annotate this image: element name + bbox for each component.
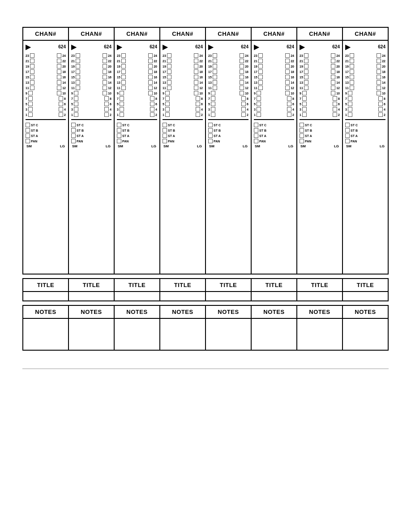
box-left-3-9[interactable] — [120, 102, 124, 106]
box-right-1-1[interactable] — [57, 59, 61, 63]
box-left-8-5[interactable] — [350, 80, 354, 85]
box-right-6-8[interactable] — [287, 96, 291, 101]
box-right-4-1[interactable] — [194, 59, 198, 63]
box-right-4-8[interactable] — [196, 96, 200, 101]
box-left-1-6[interactable] — [30, 86, 34, 90]
box-right-7-7[interactable] — [331, 91, 335, 95]
box-right-4-3[interactable] — [194, 69, 198, 74]
box-right-2-4[interactable] — [103, 75, 107, 79]
box-right-7-11[interactable] — [333, 112, 337, 117]
box-left-5-11[interactable] — [211, 112, 215, 117]
box-left-3-0[interactable] — [121, 53, 126, 58]
box-right-7-4[interactable] — [331, 75, 335, 79]
box-left-4-3[interactable] — [167, 69, 171, 74]
box-left-3-10[interactable] — [120, 107, 124, 112]
ctrl-box-6-2[interactable] — [254, 133, 258, 138]
box-right-1-11[interactable] — [59, 112, 63, 117]
box-left-4-9[interactable] — [165, 102, 170, 106]
ctrl-box-1-3[interactable] — [26, 139, 30, 143]
box-left-1-4[interactable] — [30, 75, 34, 79]
box-right-4-2[interactable] — [194, 64, 198, 69]
box-right-2-3[interactable] — [103, 69, 107, 74]
box-right-1-5[interactable] — [57, 80, 61, 85]
box-left-4-8[interactable] — [165, 96, 170, 101]
box-right-6-6[interactable] — [285, 86, 290, 90]
ctrl-box-7-0[interactable] — [300, 123, 304, 127]
box-left-8-6[interactable] — [350, 86, 354, 90]
box-left-7-6[interactable] — [304, 86, 308, 90]
ctrl-box-8-2[interactable] — [345, 133, 350, 138]
box-left-4-11[interactable] — [165, 112, 170, 117]
ctrl-box-6-3[interactable] — [254, 139, 258, 143]
box-right-5-1[interactable] — [240, 59, 244, 63]
box-left-6-7[interactable] — [257, 91, 261, 95]
ctrl-box-7-2[interactable] — [300, 133, 304, 138]
box-right-1-2[interactable] — [57, 64, 61, 69]
ctrl-box-1-0[interactable] — [26, 123, 30, 127]
box-left-1-2[interactable] — [30, 64, 34, 69]
box-left-5-10[interactable] — [211, 107, 215, 112]
box-left-6-10[interactable] — [257, 107, 261, 112]
box-left-6-6[interactable] — [258, 86, 263, 90]
box-left-2-9[interactable] — [74, 102, 78, 106]
box-left-1-9[interactable] — [28, 102, 33, 106]
box-right-2-6[interactable] — [103, 86, 107, 90]
box-left-5-1[interactable] — [213, 59, 217, 63]
ctrl-box-5-0[interactable] — [208, 123, 213, 127]
box-right-6-5[interactable] — [285, 80, 290, 85]
box-right-2-10[interactable] — [104, 107, 109, 112]
box-left-6-4[interactable] — [258, 75, 263, 79]
box-right-8-8[interactable] — [378, 96, 383, 101]
box-right-2-7[interactable] — [103, 91, 107, 95]
box-left-1-7[interactable] — [28, 91, 33, 95]
ctrl-box-5-2[interactable] — [208, 133, 213, 138]
ctrl-box-4-3[interactable] — [163, 139, 167, 143]
box-left-5-8[interactable] — [211, 96, 215, 101]
box-right-7-2[interactable] — [331, 64, 335, 69]
box-right-3-9[interactable] — [150, 102, 154, 106]
box-right-3-0[interactable] — [148, 53, 153, 58]
box-right-1-9[interactable] — [59, 102, 63, 106]
box-left-7-5[interactable] — [304, 80, 308, 85]
box-right-8-5[interactable] — [377, 80, 381, 85]
box-left-4-10[interactable] — [165, 107, 170, 112]
box-right-2-1[interactable] — [103, 59, 107, 63]
box-left-8-0[interactable] — [350, 53, 354, 58]
box-right-4-10[interactable] — [196, 107, 200, 112]
box-left-5-3[interactable] — [213, 69, 217, 74]
ctrl-box-8-3[interactable] — [345, 139, 350, 143]
box-right-7-8[interactable] — [333, 96, 337, 101]
box-left-6-5[interactable] — [258, 80, 263, 85]
box-left-7-1[interactable] — [304, 59, 308, 63]
box-right-6-2[interactable] — [285, 64, 290, 69]
box-right-5-5[interactable] — [240, 80, 244, 85]
box-left-5-6[interactable] — [213, 86, 217, 90]
box-right-8-7[interactable] — [377, 91, 381, 95]
box-right-6-7[interactable] — [285, 91, 290, 95]
ctrl-box-5-3[interactable] — [208, 139, 213, 143]
box-right-6-3[interactable] — [285, 69, 290, 74]
ctrl-box-3-3[interactable] — [117, 139, 121, 143]
box-right-5-7[interactable] — [240, 91, 244, 95]
box-left-5-7[interactable] — [211, 91, 215, 95]
box-right-8-11[interactable] — [378, 112, 383, 117]
box-left-8-7[interactable] — [348, 91, 352, 95]
box-right-5-9[interactable] — [241, 102, 246, 106]
box-right-8-10[interactable] — [378, 107, 383, 112]
box-right-7-10[interactable] — [333, 107, 337, 112]
box-left-1-3[interactable] — [30, 69, 34, 74]
box-left-8-3[interactable] — [350, 69, 354, 74]
box-left-8-9[interactable] — [348, 102, 352, 106]
box-left-7-2[interactable] — [304, 64, 308, 69]
box-right-7-5[interactable] — [331, 80, 335, 85]
box-left-4-6[interactable] — [167, 86, 171, 90]
ctrl-box-5-1[interactable] — [208, 128, 213, 133]
box-right-5-6[interactable] — [240, 86, 244, 90]
box-right-5-4[interactable] — [240, 75, 244, 79]
box-right-5-0[interactable] — [240, 53, 244, 58]
box-left-3-6[interactable] — [121, 86, 126, 90]
box-right-6-11[interactable] — [287, 112, 291, 117]
box-right-4-0[interactable] — [194, 53, 198, 58]
box-right-4-4[interactable] — [194, 75, 198, 79]
box-right-3-5[interactable] — [148, 80, 153, 85]
